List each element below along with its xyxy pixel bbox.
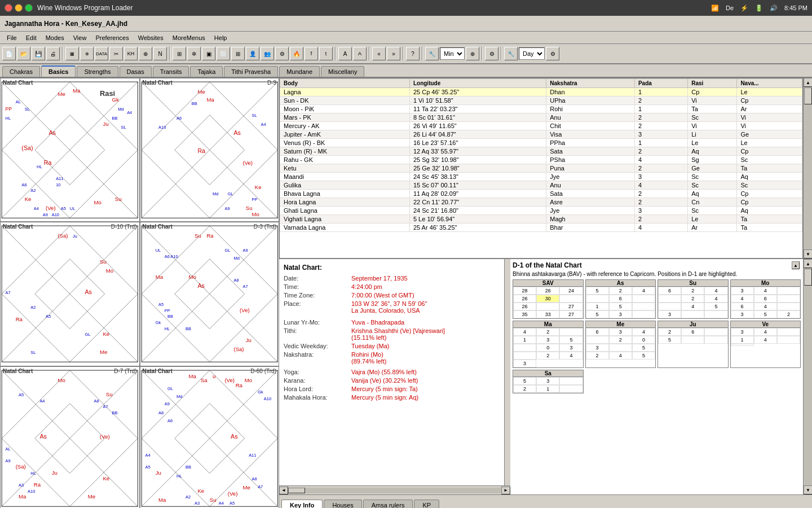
scroll-down[interactable]: ▼ <box>804 249 812 259</box>
tool9-icon[interactable]: ⊕ <box>466 47 479 60</box>
calc-icon[interactable]: 🔧 <box>425 47 439 60</box>
chart-d7[interactable]: Natal Chart D-7 (Trd) Mo A5 As <box>0 366 140 508</box>
menu-websites[interactable]: Websites <box>134 33 168 42</box>
hscroll-right[interactable]: ► <box>501 487 510 494</box>
natal-chart-title: Natal Chart: <box>284 264 500 271</box>
chart1-icon[interactable]: ▦ <box>65 47 79 60</box>
new-icon[interactable]: 📄 <box>2 47 16 60</box>
person2-icon[interactable]: 👥 <box>261 47 274 60</box>
table-row[interactable]: Hora Lagna22 Cn 11' 20.77"Asre2CnCp <box>280 198 802 207</box>
hscroll-bar[interactable]: ◄ ► <box>279 485 510 494</box>
body-table[interactable]: Body Longitude Nakshatra Pada Rasi Nava.… <box>279 78 803 259</box>
table-row[interactable]: Ketu25 Ge 32' 10.98"Puna2GeTa <box>280 164 802 173</box>
chart-d9[interactable]: Natal Chart D-9 Me Ma BB As <box>140 78 280 222</box>
open-icon[interactable]: 📂 <box>17 47 30 60</box>
window-controls[interactable] <box>5 4 33 12</box>
chart2-icon[interactable]: ⊕ <box>80 47 94 60</box>
tool11-icon[interactable]: 🔧 <box>504 47 518 60</box>
print-icon[interactable]: 🖨 <box>46 47 60 60</box>
forward-icon[interactable]: » <box>387 47 400 60</box>
tool10-icon[interactable]: ⚙ <box>485 47 498 60</box>
menu-preferences[interactable]: Preferences <box>91 33 133 42</box>
box-icon[interactable]: ▣ <box>202 47 215 60</box>
tab-basics[interactable]: Basics <box>41 65 76 77</box>
square-icon[interactable]: ⬜ <box>217 47 230 60</box>
table-row[interactable]: Sun - DK1 Vi 10' 51.58"UPha2ViCp <box>280 97 802 105</box>
tab-transits[interactable]: Transits <box>153 66 189 77</box>
font2-icon[interactable]: A <box>353 47 367 60</box>
chart-d3[interactable]: Natal Chart D-3 (Trd) Su Ra UL A6 <box>140 222 280 366</box>
bav-scroll-up[interactable]: ▲ <box>804 259 812 268</box>
svg-text:AL: AL <box>6 446 11 452</box>
table-row[interactable]: Bhava Lagna11 Aq 28' 02.09"Sata2AqCp <box>280 190 802 198</box>
tab-strengths[interactable]: Strengths <box>77 66 118 77</box>
table-row[interactable]: Jupiter - AmK26 Li 44' 04.87"Visa3LiGe <box>280 130 802 139</box>
fb-icon[interactable]: f <box>304 47 318 60</box>
hscroll-thumb[interactable] <box>288 488 305 493</box>
grid-icon[interactable]: ⊞ <box>173 47 186 60</box>
data-icon[interactable]: DATA <box>95 47 108 60</box>
tab-mundane[interactable]: Mundane <box>279 66 320 77</box>
btab-keyinfo[interactable]: Key Info <box>281 500 323 508</box>
tool3-icon[interactable]: ✂ <box>109 47 123 60</box>
tab-miscellany[interactable]: Miscellany <box>321 66 364 77</box>
chart-d10[interactable]: Natal Chart D-10 (Trd) (Sa) Ju Su <box>0 222 140 366</box>
table-row[interactable]: Venus (R) - BK16 Le 23' 57.16"PPha1LeLe <box>280 139 802 147</box>
person-icon[interactable]: 👤 <box>246 47 259 60</box>
tab-tithi[interactable]: Tithi Pravesha <box>224 66 278 77</box>
help-icon[interactable]: ? <box>406 47 420 60</box>
menu-moremenus[interactable]: MoreMenus <box>168 33 210 42</box>
bav-scroll-down[interactable]: ▼ <box>804 485 812 494</box>
bav-scroll-thumb[interactable] <box>804 269 812 286</box>
menu-view[interactable]: View <box>69 33 91 42</box>
tool7-icon[interactable]: ⚙ <box>275 47 289 60</box>
menu-help[interactable]: Help <box>210 33 232 42</box>
btab-kp[interactable]: KP <box>414 500 439 508</box>
minimize-button[interactable] <box>15 4 23 12</box>
menu-edit[interactable]: Edit <box>21 33 41 42</box>
table-row[interactable]: Ghati Lagna24 Sc 21' 16.80"Jye3ScAq <box>280 207 802 215</box>
font-icon[interactable]: A <box>338 47 352 60</box>
btab-amsa[interactable]: Amsa rulers <box>363 500 413 508</box>
min-select[interactable]: Min <box>440 47 465 60</box>
tool12-icon[interactable]: ⚙ <box>546 47 559 60</box>
tool5-icon[interactable]: ⊕ <box>139 47 152 60</box>
table-row[interactable]: Vighati Lagna5 Le 10' 56.94"Magh2LeTa <box>280 215 802 224</box>
table-row[interactable]: Mercury - AK26 Vi 49' 11.65"Chit2ViVi <box>280 122 802 130</box>
tab-dasas[interactable]: Dasas <box>120 66 152 77</box>
table-scrollbar[interactable]: ▲ ▼ <box>803 78 812 259</box>
tab-tajaka[interactable]: Tajaka <box>190 66 223 77</box>
table-row[interactable]: Rahu - GK25 Sg 32' 10.98"PSha4SgSc <box>280 156 802 164</box>
hscroll-left[interactable]: ◄ <box>279 487 288 494</box>
close-button[interactable] <box>5 4 12 12</box>
table-row[interactable]: Varnada Lagna25 Ar 46' 35.25"Bhar4ArTa <box>280 224 802 232</box>
btab-houses[interactable]: Houses <box>324 500 361 508</box>
table-row[interactable]: Moon - PiK11 Ta 22' 03.23"Rohi1TaAr <box>280 105 802 113</box>
tool6-icon[interactable]: N <box>153 47 167 60</box>
table-row[interactable]: Lagna25 Cp 46' 35.25"Dhan1CpLe <box>280 88 802 97</box>
table-row[interactable]: Gulika15 Sc 07' 00.11"Anu4ScSc <box>280 181 802 190</box>
tab-chakras[interactable]: Chakras <box>2 66 40 77</box>
bav-scrollbar[interactable]: ▲ ▼ <box>803 259 812 494</box>
bav-scrollbar[interactable]: ▲ <box>792 261 801 269</box>
tool4-icon[interactable]: KH <box>124 47 138 60</box>
hash-icon[interactable]: ⊞ <box>231 47 245 60</box>
tool8-icon[interactable]: 🔥 <box>290 47 303 60</box>
back-icon[interactable]: « <box>372 47 386 60</box>
table-row[interactable]: Saturn (R) - MK12 Aq 33' 55.97"Sata2AqCp <box>280 147 802 156</box>
asterisk-icon[interactable]: ✲ <box>187 47 201 60</box>
svg-text:BB: BB <box>186 326 191 331</box>
maximize-button[interactable] <box>25 4 33 12</box>
menu-file[interactable]: File <box>2 33 21 42</box>
save-icon[interactable]: 💾 <box>32 47 45 60</box>
table-row[interactable]: Maandi24 Sc 45' 38.13"Jye3ScAq <box>280 173 802 181</box>
twitter-icon[interactable]: t <box>319 47 333 60</box>
day-select[interactable]: Day <box>519 47 545 60</box>
table-row[interactable]: Mars - PK8 Sc 01' 31.61"Anu2ScVi <box>280 113 802 122</box>
bav-scroll-up[interactable]: ▲ <box>792 261 800 269</box>
menu-modes[interactable]: Modes <box>41 33 69 42</box>
chart-rasi[interactable]: Natal Chart Rasi PP <box>0 78 140 222</box>
chart-d60[interactable]: Natal Chart D-60 (Trd) Ma Sa u (V <box>140 366 280 508</box>
scroll-up[interactable]: ▲ <box>804 78 812 87</box>
scroll-thumb[interactable] <box>804 87 812 104</box>
